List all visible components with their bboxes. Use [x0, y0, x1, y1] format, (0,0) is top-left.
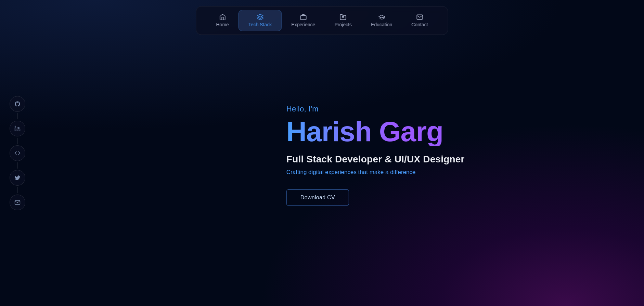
- nav-item-education[interactable]: Education: [361, 10, 402, 31]
- nav-item-projects[interactable]: Projects: [325, 10, 361, 31]
- layers-icon: [257, 14, 263, 21]
- svg-rect-4: [15, 128, 16, 131]
- briefcase-icon: [300, 14, 307, 21]
- nav-label-experience: Experience: [291, 22, 315, 27]
- nav-item-tech-stack[interactable]: Tech Stack: [239, 10, 282, 31]
- folder-icon: [340, 14, 347, 21]
- social-connector-4: [17, 187, 18, 193]
- social-connector-1: [17, 113, 18, 119]
- graduation-icon: [378, 14, 385, 21]
- svg-marker-0: [257, 14, 263, 17]
- nav-label-home: Home: [216, 22, 229, 27]
- hero-section: Hello, I'm Harish Garg Full Stack Develo…: [286, 104, 465, 205]
- home-icon: [219, 14, 226, 21]
- email-social-icon[interactable]: [10, 195, 25, 210]
- nav-label-education: Education: [371, 22, 392, 27]
- twitter-social-icon[interactable]: [10, 170, 25, 186]
- nav-label-projects: Projects: [334, 22, 352, 27]
- nav-item-experience[interactable]: Experience: [282, 10, 325, 31]
- nav-label-tech-stack: Tech Stack: [248, 22, 272, 27]
- github-social-icon[interactable]: [10, 96, 25, 112]
- nav-item-home[interactable]: Home: [207, 10, 239, 31]
- hero-name: Harish Garg: [286, 117, 465, 146]
- linkedin-social-icon[interactable]: [10, 121, 25, 136]
- nav-item-contact[interactable]: Contact: [402, 10, 437, 31]
- nav-label-contact: Contact: [411, 22, 428, 27]
- svg-rect-1: [300, 16, 306, 20]
- main-nav: Home Tech Stack Experience: [196, 6, 448, 35]
- hero-title: Full Stack Developer & UI/UX Designer: [286, 154, 465, 164]
- greeting-text: Hello, I'm: [286, 104, 465, 113]
- dev-social-icon[interactable]: [10, 145, 25, 161]
- hero-subtitle: Crafting digital experiences that make a…: [286, 169, 465, 175]
- social-sidebar: [10, 95, 25, 212]
- svg-point-5: [15, 126, 16, 127]
- social-connector-3: [17, 162, 18, 169]
- download-cv-button[interactable]: Download CV: [286, 189, 349, 205]
- mail-icon: [416, 14, 423, 21]
- social-connector-2: [17, 138, 18, 144]
